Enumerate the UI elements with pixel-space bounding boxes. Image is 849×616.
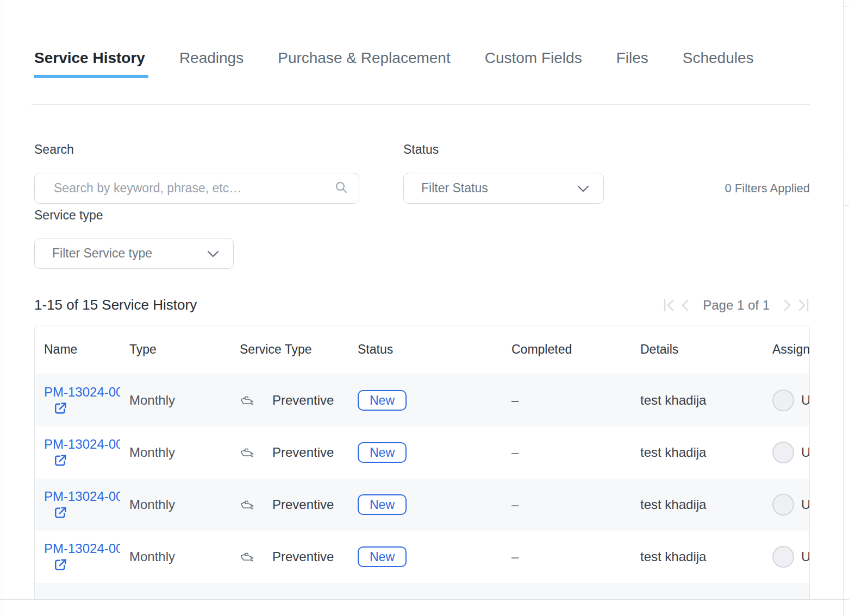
side-panel-divider [844, 160, 849, 160]
panel-left-edge [2, 0, 2, 616]
avatar [772, 389, 794, 411]
service-type-cell: Preventive [272, 549, 334, 564]
table-row: PM-13024-00 Monthly [35, 531, 810, 583]
service-history-table: Name Type Service Type Status Completed … [34, 325, 810, 600]
search-icon [335, 181, 348, 196]
service-record-link[interactable]: PM-13024-00 [44, 385, 120, 400]
service-type-cell: Preventive [272, 393, 334, 408]
first-page-icon[interactable] [663, 298, 676, 312]
status-badge[interactable]: New [358, 390, 407, 411]
panel-bottom-divider [0, 599, 849, 600]
status-badge[interactable]: New [358, 494, 407, 515]
filters-applied-count: 0 Filters Applied [625, 181, 810, 196]
details-cell: test khadija [631, 497, 764, 512]
tab-service-history[interactable]: Service History [34, 49, 145, 78]
type-cell: Monthly [120, 549, 229, 564]
search-box [34, 173, 359, 204]
tabs-divider [32, 104, 810, 105]
tab-readings[interactable]: Readings [179, 49, 244, 78]
tab-files[interactable]: Files [616, 49, 648, 78]
status-filter-value: Filter Status [421, 181, 488, 196]
assigned-to-cell: Unassigned [801, 497, 810, 512]
column-header-name: Name [35, 342, 120, 357]
status-badge[interactable]: New [358, 546, 407, 567]
details-cell: test khadija [631, 445, 764, 460]
assigned-to-cell: Unassigned [801, 393, 810, 408]
oil-can-icon [240, 395, 254, 406]
prev-page-icon[interactable] [680, 298, 691, 312]
table-row: PM-13024-00 Monthly [35, 479, 810, 531]
tab-custom-fields[interactable]: Custom Fields [485, 49, 582, 78]
service-type-cell: Preventive [272, 445, 334, 460]
completed-cell: – [501, 497, 631, 512]
completed-cell: – [501, 445, 631, 460]
completed-cell: – [501, 393, 631, 408]
side-panel-divider [844, 7, 849, 7]
panel-right-edge [843, 0, 844, 616]
type-cell: Monthly [120, 497, 229, 512]
service-record-link[interactable]: PM-13024-00 [44, 489, 120, 504]
service-type-filter-value: Filter Service type [52, 246, 152, 261]
service-type-filter-select[interactable]: Filter Service type [34, 238, 234, 269]
service-type-cell: Preventive [272, 497, 334, 512]
column-header-assigned-to: Assigned To [764, 342, 810, 357]
external-link-icon[interactable] [53, 401, 68, 416]
assigned-to-cell: Unassigned [801, 445, 810, 460]
external-link-icon[interactable] [53, 453, 68, 468]
service-type-filter-label: Service type [34, 208, 103, 223]
oil-can-icon [240, 500, 254, 510]
chevron-down-icon [577, 181, 589, 196]
search-label: Search [34, 142, 74, 157]
avatar [772, 494, 794, 516]
assigned-to-cell: Unassigned [801, 549, 810, 564]
pagination: Page 1 of 1 [641, 298, 810, 313]
tab-bar: Service History Readings Purchase & Repl… [34, 49, 795, 78]
type-cell: Monthly [120, 445, 229, 460]
column-header-type: Type [120, 342, 229, 357]
chevron-down-icon [207, 246, 219, 261]
column-header-completed: Completed [501, 342, 631, 357]
oil-can-icon [240, 552, 254, 562]
tab-schedules[interactable]: Schedules [683, 49, 754, 78]
table-row: PM-13024-00 Monthly [35, 426, 810, 479]
status-filter-select[interactable]: Filter Status [403, 173, 604, 204]
oil-can-icon [240, 448, 254, 458]
tab-purchase-replacement[interactable]: Purchase & Replacement [278, 49, 451, 78]
service-record-link[interactable]: PM-13024-00 [44, 541, 120, 556]
status-filter-label: Status [403, 142, 439, 157]
service-history-table-viewport: Name Type Service Type Status Completed … [34, 325, 810, 600]
column-header-status: Status [348, 342, 501, 357]
avatar [772, 442, 794, 463]
details-cell: test khadija [631, 549, 764, 564]
avatar [772, 546, 794, 568]
table-header-row: Name Type Service Type Status Completed … [35, 325, 810, 374]
external-link-icon[interactable] [53, 505, 68, 520]
service-record-link[interactable]: PM-13024-00 [44, 437, 120, 452]
results-summary: 1-15 of 15 Service History [34, 297, 197, 313]
column-header-details: Details [631, 342, 764, 357]
service-history-page: Service History Readings Purchase & Repl… [0, 0, 849, 616]
type-cell: Monthly [120, 393, 229, 408]
search-input[interactable] [53, 180, 335, 196]
table-row: TS-27573-00 [35, 583, 810, 600]
page-indicator: Page 1 of 1 [703, 298, 770, 313]
completed-cell: – [501, 549, 631, 564]
details-cell: test khadija [631, 393, 764, 408]
external-link-icon[interactable] [53, 557, 68, 573]
next-page-icon[interactable] [782, 298, 792, 312]
last-page-icon[interactable] [797, 298, 810, 312]
column-header-service-type: Service Type [229, 342, 348, 357]
side-panel-divider [844, 205, 849, 206]
status-badge[interactable]: New [358, 442, 407, 463]
table-row: PM-13024-00 Monthly [35, 374, 810, 426]
